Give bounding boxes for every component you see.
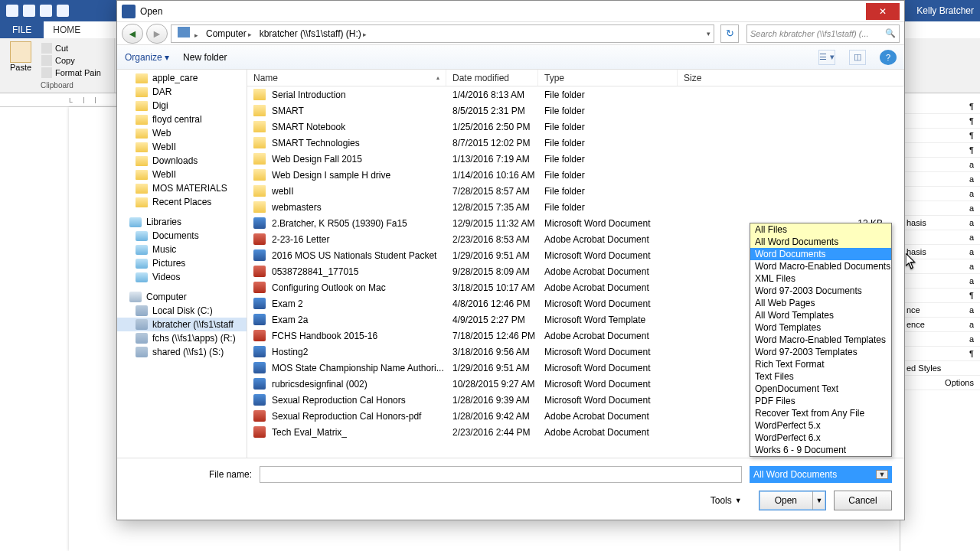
nav-folder[interactable]: Web [117, 126, 247, 140]
file-row[interactable]: webmasters 12/8/2015 7:35 AM File folder [247, 199, 904, 215]
format-painter-button[interactable]: Format Pain [41, 67, 101, 78]
cut-button[interactable]: Cut [41, 43, 101, 54]
nav-library[interactable]: Documents [117, 229, 247, 243]
nav-folder[interactable]: floyd central [117, 112, 247, 126]
filter-option[interactable]: Word 97-2003 Documents [750, 285, 891, 297]
style-row[interactable]: ¶ [900, 143, 980, 158]
filter-option[interactable]: Word Templates [750, 321, 891, 334]
style-row[interactable]: a [900, 230, 980, 245]
style-row[interactable]: ed Styles [900, 361, 980, 376]
file-name-input[interactable] [260, 466, 742, 483]
back-button[interactable]: ◄ [122, 24, 143, 44]
file-row[interactable]: Web Design Fall 2015 1/13/2016 7:19 AM F… [247, 151, 904, 167]
style-row[interactable]: ¶ [900, 289, 980, 303]
search-input[interactable]: Search kbratcher (\\fs1\staff) (... 🔍 [746, 24, 900, 43]
filter-option[interactable]: Word Macro-Enabled Templates [750, 334, 891, 346]
filter-option[interactable]: All Word Documents [750, 236, 891, 248]
copy-button[interactable]: Copy [41, 55, 101, 66]
style-row[interactable]: hasisa [900, 245, 980, 259]
forward-button[interactable]: ► [146, 24, 168, 44]
file-row[interactable]: webII 7/28/2015 8:57 AM File folder [247, 183, 904, 199]
tab-home[interactable]: HOME [44, 23, 90, 37]
filter-option[interactable]: Word Documents [750, 248, 891, 260]
file-row[interactable]: SMART Notebook 1/25/2016 2:50 PM File fo… [247, 119, 904, 135]
styles-options-link[interactable]: Options [900, 376, 980, 390]
style-row[interactable]: ¶ [900, 129, 980, 143]
filter-option[interactable]: OpenDocument Text [750, 383, 891, 395]
filter-option[interactable]: Works 6 - 9 Document [750, 444, 891, 456]
file-type-dropdown[interactable]: All FilesAll Word DocumentsWord Document… [750, 223, 892, 457]
nav-drive[interactable]: Local Disk (C:) [117, 304, 247, 318]
style-row[interactable]: ¶ [900, 114, 980, 129]
crumb-drive[interactable]: kbratcher (\\fs1\staff) (H:)▸ [256, 28, 371, 39]
file-row[interactable]: SMART 8/5/2015 2:31 PM File folder [247, 103, 904, 119]
organize-menu[interactable]: Organize ▾ [125, 52, 169, 63]
column-headers[interactable]: Name▴ Date modified Type Size [247, 70, 904, 86]
style-row[interactable]: ncea [900, 303, 980, 318]
style-row[interactable]: a [900, 201, 980, 216]
filter-option[interactable]: All Web Pages [750, 297, 891, 309]
view-menu[interactable]: ☰ ▾ [818, 50, 835, 65]
filter-option[interactable]: All Word Templates [750, 309, 891, 321]
crumb-computer[interactable]: Computer▸ [203, 28, 256, 39]
file-row[interactable]: Serial Introduction 1/4/2016 8:13 AM Fil… [247, 86, 904, 103]
nav-library[interactable]: Videos [117, 270, 247, 284]
style-row[interactable]: ¶ [900, 347, 980, 361]
nav-drive[interactable]: kbratcher (\\fs1\staff [117, 318, 247, 331]
breadcrumb[interactable]: ▸ Computer▸ kbratcher (\\fs1\staff) (H:)… [171, 24, 714, 43]
nav-libraries[interactable]: Libraries [117, 215, 247, 229]
nav-folder[interactable]: Digi [117, 99, 247, 112]
style-row[interactable]: a [900, 332, 980, 347]
nav-drive[interactable]: fchs (\\fs1\apps) (R:) [117, 331, 247, 345]
filter-option[interactable]: XML Files [750, 272, 891, 285]
file-row[interactable]: Web Design I sample H drive 1/14/2016 10… [247, 167, 904, 183]
nav-folder[interactable]: MOS MATERIALS [117, 181, 247, 195]
filter-option[interactable]: WordPerfect 5.x [750, 419, 891, 432]
style-row[interactable]: hasisa [900, 216, 980, 230]
nav-folder[interactable]: apple_care [117, 71, 247, 85]
filter-option[interactable]: WordPerfect 6.x [750, 432, 891, 444]
nav-folder[interactable]: Recent Places [117, 195, 247, 209]
filter-option[interactable]: Text Files [750, 370, 891, 383]
filter-option[interactable]: All Files [750, 223, 891, 236]
new-folder-button[interactable]: New folder [183, 52, 227, 63]
nav-library[interactable]: Music [117, 243, 247, 256]
style-row[interactable]: a [900, 259, 980, 274]
col-type[interactable]: Type [538, 70, 678, 86]
paste-button[interactable]: Paste [5, 41, 37, 78]
undo-icon[interactable] [40, 5, 52, 17]
file-row[interactable]: SMART Technologies 8/7/2015 12:02 PM Fil… [247, 135, 904, 151]
col-name[interactable]: Name▴ [247, 70, 446, 86]
file-type-combo[interactable]: All Word Documents ▼ [750, 466, 892, 483]
style-row[interactable]: a [900, 158, 980, 172]
nav-folder[interactable]: WebII [117, 168, 247, 181]
nav-drive[interactable]: shared (\\fs1) (S:) [117, 345, 247, 359]
style-row[interactable]: a [900, 274, 980, 289]
tab-file[interactable]: FILE [0, 21, 44, 38]
nav-folder[interactable]: WebII [117, 140, 247, 154]
style-row[interactable]: ¶ [900, 99, 980, 114]
nav-computer[interactable]: Computer [117, 290, 247, 304]
help-button[interactable]: ? [880, 50, 897, 65]
refresh-button[interactable]: ↻ [720, 24, 739, 43]
filter-option[interactable]: Rich Text Format [750, 358, 891, 370]
style-row[interactable]: a [900, 187, 980, 201]
filter-option[interactable]: Word 97-2003 Templates [750, 346, 891, 358]
close-button[interactable]: ✕ [866, 3, 900, 20]
nav-library[interactable]: Pictures [117, 256, 247, 270]
save-icon[interactable] [23, 5, 35, 17]
navigation-pane[interactable]: apple_careDARDigifloyd centralWebWebIIDo… [117, 70, 247, 458]
filter-option[interactable]: PDF Files [750, 395, 891, 407]
redo-icon[interactable] [57, 5, 69, 17]
nav-folder[interactable]: Downloads [117, 154, 247, 168]
open-button[interactable]: Open ▼ [759, 491, 826, 510]
style-row[interactable]: encea [900, 318, 980, 332]
preview-pane-button[interactable]: ◫ [849, 50, 866, 65]
col-size[interactable]: Size [678, 70, 904, 86]
tools-menu[interactable]: Tools▼ [710, 491, 742, 510]
col-date[interactable]: Date modified [446, 70, 538, 86]
style-row[interactable]: a [900, 172, 980, 187]
filter-option[interactable]: Recover Text from Any File [750, 407, 891, 419]
chevron-down-icon[interactable]: ▼ [813, 497, 825, 504]
cancel-button[interactable]: Cancel [834, 491, 892, 510]
